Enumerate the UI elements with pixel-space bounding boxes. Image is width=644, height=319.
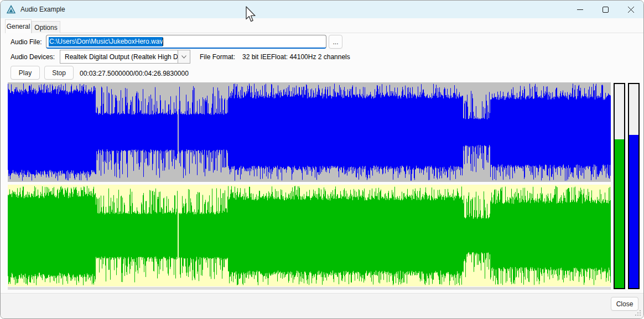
chevron-down-icon bbox=[181, 55, 186, 59]
maximize-icon bbox=[603, 7, 609, 13]
play-button[interactable]: Play bbox=[11, 66, 40, 80]
text-caret bbox=[163, 38, 163, 46]
close-button[interactable]: Close bbox=[611, 297, 638, 311]
browse-button[interactable]: ... bbox=[329, 35, 342, 49]
file-format-label: File Format: bbox=[200, 53, 235, 61]
app-icon bbox=[7, 5, 15, 14]
stop-button-label: Stop bbox=[52, 69, 66, 77]
waveform-right-channel bbox=[8, 185, 611, 286]
tab-general[interactable]: General bbox=[5, 19, 32, 33]
tabstrip-divider bbox=[32, 33, 643, 33]
audio-device-combobox[interactable]: Realtek Digital Output (Realtek High De bbox=[60, 50, 190, 64]
tab-options-label: Options bbox=[34, 24, 57, 32]
left-level-meter-fill bbox=[615, 139, 624, 288]
window-close-button[interactable] bbox=[618, 1, 643, 18]
titlebar: Audio Example bbox=[1, 1, 643, 18]
tab-general-label: General bbox=[7, 23, 30, 30]
combobox-dropdown-area[interactable] bbox=[178, 50, 190, 63]
play-button-label: Play bbox=[19, 69, 32, 77]
audio-file-selected-text: C:\Users\Don\Music\JukeboxHero.wav bbox=[49, 37, 163, 46]
window-controls bbox=[567, 1, 643, 18]
waveform-bottom-edge bbox=[8, 287, 611, 290]
audio-file-input[interactable]: C:\Users\Don\Music\JukeboxHero.wav bbox=[46, 35, 326, 49]
minimize-button[interactable] bbox=[567, 1, 593, 18]
right-level-meter bbox=[628, 83, 640, 289]
waveform-left-channel bbox=[8, 82, 611, 182]
tab-bar bbox=[1, 18, 643, 33]
audio-devices-label: Audio Devices: bbox=[11, 53, 55, 61]
audio-device-selected-value: Realtek Digital Output (Realtek High De bbox=[60, 53, 178, 61]
close-button-label: Close bbox=[616, 300, 633, 308]
maximize-button[interactable] bbox=[593, 1, 618, 18]
minimize-icon bbox=[577, 7, 583, 13]
window-title: Audio Example bbox=[20, 6, 65, 13]
resize-grip[interactable] bbox=[635, 310, 641, 316]
right-level-meter-fill bbox=[629, 135, 638, 288]
time-display: 00:03:27.5000000/00:04:26.9830000 bbox=[80, 70, 189, 77]
window: Audio Example General Options Audio File… bbox=[0, 0, 644, 319]
stop-button[interactable]: Stop bbox=[44, 66, 74, 80]
close-icon bbox=[628, 7, 634, 13]
left-level-meter bbox=[614, 83, 625, 289]
footer: Close bbox=[1, 293, 643, 318]
browse-button-label: ... bbox=[333, 38, 338, 46]
tab-options[interactable]: Options bbox=[32, 21, 60, 33]
audio-file-label: Audio File: bbox=[11, 38, 42, 46]
file-format-value: 32 bit IEEFloat: 44100Hz 2 channels bbox=[242, 53, 350, 61]
